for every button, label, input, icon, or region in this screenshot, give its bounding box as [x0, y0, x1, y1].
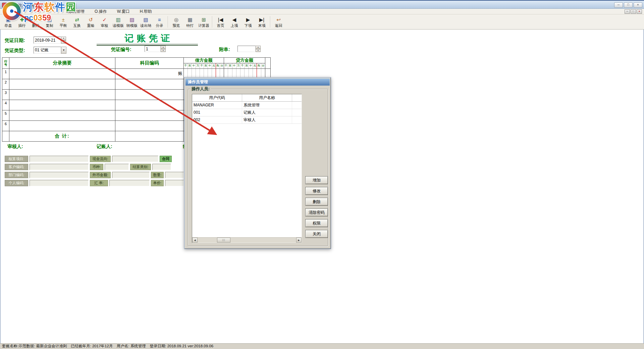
operator-table[interactable]: 用户代码用户名称 MANAGER系统管理001记账人002审核人 ◀ ||| ▶	[192, 94, 302, 243]
attachment-input[interactable]	[237, 46, 256, 52]
read-template-button[interactable]: ▥读模版	[111, 15, 125, 29]
operator-row[interactable]: 001记账人	[192, 109, 302, 116]
operator-table-rows: MANAGER系统管理001记账人002审核人	[192, 102, 302, 124]
digit-column: 分	[220, 63, 224, 68]
operator-row[interactable]: 002审核人	[192, 116, 302, 124]
audit-button[interactable]: ✓审核	[98, 15, 111, 29]
account-code-cell[interactable]	[115, 79, 184, 89]
last-button[interactable]: ▶|末项	[255, 15, 269, 29]
detail-field-input[interactable]	[109, 180, 150, 186]
menu-item[interactable]: W.窗口	[117, 9, 130, 14]
detail-field-input[interactable]	[30, 156, 89, 162]
swap-icon: ⇄	[75, 16, 79, 23]
toolbar-button-label: 重输	[87, 23, 95, 28]
detail-field-input[interactable]	[112, 172, 150, 178]
summary-cell[interactable]	[9, 121, 115, 131]
operator-table-scrollbar[interactable]: ◀ ||| ▶	[192, 237, 302, 243]
spin-up-icon[interactable]: ▲	[161, 46, 166, 49]
row-number: 3	[2, 90, 9, 100]
summary-cell[interactable]	[9, 79, 115, 89]
account-code-cell[interactable]	[115, 90, 184, 100]
copy-button[interactable]: ▤复制	[43, 15, 56, 29]
previous-button[interactable]: ◀上项	[227, 15, 241, 29]
spin-down-icon[interactable]: ▼	[161, 49, 166, 52]
swap-button[interactable]: ⇄互换	[70, 15, 84, 29]
detail-field-input[interactable]	[165, 172, 184, 178]
delete-row-button[interactable]: ✗删行	[29, 15, 43, 29]
digit-column: 十	[192, 63, 196, 68]
digit-column: 分	[261, 63, 265, 68]
attachment-spinner[interactable]: ▲ ▼	[256, 46, 261, 52]
account-code-cell[interactable]: 账	[115, 69, 184, 79]
account-code-cell[interactable]	[115, 110, 184, 120]
row-number: 1	[2, 69, 9, 79]
spin-down-icon[interactable]: ▼	[256, 49, 261, 52]
scrollbar-thumb[interactable]: |||	[217, 238, 230, 243]
child-close-button[interactable]: ×	[637, 9, 642, 14]
detail-field-input[interactable]	[165, 180, 184, 186]
clear-password-button[interactable]: 清除密码	[305, 208, 328, 216]
print-button[interactable]: ▦特打	[183, 15, 197, 29]
scroll-right-icon[interactable]: ▶	[296, 238, 302, 243]
read-cashier-icon: ▧	[143, 16, 148, 23]
spin-down-icon[interactable]: ▼	[61, 40, 66, 44]
add-button[interactable]: 增加	[305, 176, 328, 184]
summary-cell[interactable]	[9, 69, 115, 79]
detail-field-input[interactable]	[30, 180, 89, 186]
first-button[interactable]: |◀首页	[214, 15, 227, 29]
to-template-button[interactable]: ▨转模版	[125, 15, 139, 29]
menu-item[interactable]: H.帮助	[140, 9, 152, 14]
menu-item[interactable]: O.操作	[95, 9, 107, 14]
voucher-type-select[interactable]: 01 记账	[34, 47, 61, 54]
minimize-button[interactable]: ─	[614, 2, 623, 8]
scrollbar-track[interactable]: |||	[198, 238, 296, 243]
calculator-button[interactable]: ⊞计算器	[197, 15, 211, 29]
voucher-date-spinner[interactable]: ▲ ▼	[61, 37, 66, 44]
re-enter-button[interactable]: ↺重输	[84, 15, 98, 29]
modify-button[interactable]: 修改	[305, 187, 328, 195]
account-code-cell[interactable]	[115, 121, 184, 131]
digit-column: 万	[196, 63, 200, 68]
maximize-button[interactable]: □	[624, 2, 633, 8]
spin-up-icon[interactable]: ▲	[256, 46, 261, 49]
detail-field-input[interactable]	[152, 164, 171, 170]
dialog-titlebar[interactable]: 操作员管理	[185, 79, 330, 86]
back-button[interactable]: ↩返回	[272, 15, 285, 29]
voucher-no-spinner[interactable]: ▲ ▼	[161, 46, 166, 52]
preview-button[interactable]: ◎预览	[169, 15, 183, 29]
close-button[interactable]: ×	[634, 2, 642, 8]
save-button[interactable]: ▣存盘	[1, 15, 15, 29]
detail-field-input[interactable]	[30, 172, 89, 178]
read-cashier-button[interactable]: ▧读出纳	[139, 15, 153, 29]
voucher-no-input[interactable]: 1	[145, 46, 161, 52]
digit-column: 百	[228, 63, 232, 68]
toolbar-button-label: 上项	[231, 23, 238, 28]
child-restore-button[interactable]: □	[631, 9, 636, 14]
operator-row[interactable]: MANAGER系统管理	[192, 102, 302, 109]
application-window: 润衡软件-账务系统 - [凭证录入] ─□× S系统管理O.操作W.窗口H.帮助…	[0, 0, 644, 349]
scroll-left-icon[interactable]: ◀	[192, 238, 198, 243]
delete-button[interactable]: 删除	[305, 198, 328, 206]
digit-column: 万	[236, 63, 240, 68]
summary-cell[interactable]	[9, 90, 115, 100]
entries-button[interactable]: ≡分录	[153, 15, 166, 29]
detail-field-input[interactable]	[112, 156, 158, 162]
permission-button[interactable]: 权限	[305, 219, 328, 227]
balance-button[interactable]: ±平衡	[56, 15, 70, 29]
summary-cell[interactable]	[9, 110, 115, 120]
voucher-type-dropdown-icon[interactable]: ▼	[61, 47, 66, 54]
next-button[interactable]: ▶下项	[241, 15, 255, 29]
spin-up-icon[interactable]: ▲	[61, 37, 66, 40]
contract-button[interactable]: 合同	[160, 156, 172, 162]
insert-row-button[interactable]: ✚插行	[15, 15, 29, 29]
close-dialog-button[interactable]: 关闭	[305, 230, 328, 238]
summary-cell[interactable]	[9, 100, 115, 110]
detail-field-label: 单价:	[151, 180, 164, 186]
digit-column: 角	[216, 63, 220, 68]
account-code-cell[interactable]	[115, 100, 184, 110]
child-minimize-button[interactable]: ─	[625, 9, 630, 14]
voucher-date-input[interactable]: 2018-09-21	[34, 37, 61, 44]
detail-field-input[interactable]	[30, 164, 89, 170]
detail-field-input[interactable]	[105, 164, 129, 170]
menu-item[interactable]: S系统管理	[66, 9, 85, 14]
